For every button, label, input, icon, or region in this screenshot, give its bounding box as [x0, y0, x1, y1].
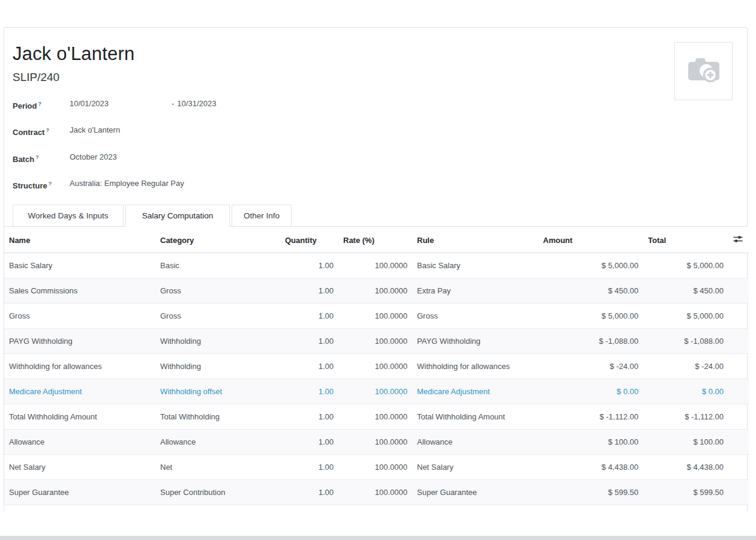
cell-rate[interactable]: 100.0000 [338, 253, 412, 278]
cell-amount[interactable]: $ 100.00 [538, 430, 643, 455]
cell-quantity[interactable]: 1.00 [280, 304, 338, 329]
salary-line-row[interactable]: Withholding for allowancesWithholding1.0… [4, 354, 749, 379]
cell-category[interactable]: Total Withholding [155, 404, 280, 430]
cell-amount[interactable]: $ 599.50 [538, 480, 643, 505]
cell-category[interactable]: Withholding offset [155, 379, 280, 404]
salary-line-row[interactable]: Basic SalaryBasic1.00100.0000Basic Salar… [4, 253, 749, 278]
cell-rate[interactable]: 100.0000 [338, 455, 412, 480]
col-header-rate[interactable]: Rate (%) [338, 227, 412, 253]
salary-line-row[interactable]: Sales CommissionsGross1.00100.0000Extra … [4, 278, 749, 304]
cell-name[interactable]: Allowance [4, 430, 155, 455]
cell-rule[interactable]: Gross [412, 304, 538, 329]
cell-rate[interactable]: 100.0000 [338, 329, 412, 354]
period-end-input[interactable]: 10/31/2023 [177, 98, 216, 109]
salary-line-row[interactable]: Super GuaranteeSuper Contribution1.00100… [4, 480, 749, 505]
cell-name[interactable]: PAYG Withholding [4, 329, 155, 354]
cell-total[interactable]: $ 0.00 [643, 379, 728, 404]
cell-amount[interactable]: $ 5,000.00 [538, 253, 643, 278]
cell-rule[interactable]: Allowance [412, 430, 538, 455]
cell-quantity[interactable]: 1.00 [280, 430, 338, 455]
horizontal-scrollbar-track[interactable] [0, 536, 756, 540]
cell-category[interactable]: Net [155, 455, 280, 480]
cell-name[interactable]: Withholding for allowances [4, 354, 155, 379]
cell-name[interactable]: Super Guarantee [4, 480, 155, 505]
cell-total[interactable]: $ -1,112.00 [643, 404, 728, 430]
payslip-form-card: Jack o'Lantern SLIP/240 Period? 10/01/20… [4, 27, 748, 511]
cell-name[interactable]: Net Salary [4, 455, 155, 480]
cell-rate[interactable]: 100.0000 [338, 480, 412, 505]
optional-columns-toggle[interactable] [728, 227, 749, 253]
cell-total[interactable]: $ -1,088.00 [643, 329, 728, 354]
cell-name[interactable]: Total Withholding Amount [4, 404, 155, 430]
cell-rule[interactable]: Extra Pay [412, 278, 538, 304]
salary-line-row[interactable]: Net SalaryNet1.00100.0000Net Salary$ 4,4… [4, 455, 749, 480]
structure-input[interactable]: Australia: Employee Regular Pay [70, 178, 184, 189]
cell-total[interactable]: $ 450.00 [643, 278, 728, 304]
employee-photo-upload[interactable] [674, 42, 733, 100]
cell-rule[interactable]: Total Withholding Amount [412, 404, 538, 430]
cell-total[interactable]: $ -24.00 [643, 354, 728, 379]
cell-amount[interactable]: $ -24.00 [538, 354, 643, 379]
col-header-amount[interactable]: Amount [538, 227, 643, 253]
cell-quantity[interactable]: 1.00 [280, 329, 338, 354]
salary-line-row[interactable]: Total Withholding AmountTotal Withholdin… [4, 404, 749, 430]
tab-other-info[interactable]: Other Info [232, 205, 292, 227]
cell-amount[interactable]: $ 4,438.00 [538, 455, 643, 480]
cell-total[interactable]: $ 5,000.00 [643, 304, 728, 329]
cell-category[interactable]: Withholding [155, 354, 280, 379]
cell-rate[interactable]: 100.0000 [338, 379, 412, 404]
tab-worked-days-inputs[interactable]: Worked Days & Inputs [13, 205, 124, 227]
cell-category[interactable]: Gross [155, 304, 280, 329]
cell-amount[interactable]: $ -1,088.00 [538, 329, 643, 354]
cell-category[interactable]: Gross [155, 278, 280, 304]
salary-line-row[interactable]: Medicare AdjustmentWithholding offset1.0… [4, 379, 749, 404]
cell-total[interactable]: $ 4,438.00 [643, 455, 728, 480]
cell-category[interactable]: Basic [155, 253, 280, 278]
cell-total[interactable]: $ 5,000.00 [643, 253, 728, 278]
cell-rule[interactable]: Super Guarantee [412, 480, 538, 505]
cell-quantity[interactable]: 1.00 [280, 354, 338, 379]
cell-quantity[interactable]: 1.00 [280, 253, 338, 278]
cell-quantity[interactable]: 1.00 [280, 404, 338, 430]
contract-input[interactable]: Jack o'Lantern [70, 125, 120, 136]
cell-rate[interactable]: 100.0000 [338, 304, 412, 329]
cell-amount[interactable]: $ -1,112.00 [538, 404, 643, 430]
col-header-name[interactable]: Name [4, 227, 155, 253]
col-header-rule[interactable]: Rule [412, 227, 538, 253]
cell-rule[interactable]: Net Salary [412, 455, 538, 480]
period-start-input[interactable]: 10/01/2023 [70, 98, 172, 109]
cell-rule[interactable]: Basic Salary [412, 253, 538, 278]
cell-quantity[interactable]: 1.00 [280, 379, 338, 404]
cell-rate[interactable]: 100.0000 [338, 404, 412, 430]
cell-name[interactable]: Basic Salary [4, 253, 155, 278]
salary-line-row[interactable]: GrossGross1.00100.0000Gross$ 5,000.00$ 5… [4, 304, 749, 329]
col-header-category[interactable]: Category [155, 227, 280, 253]
cell-amount[interactable]: $ 5,000.00 [538, 304, 643, 329]
cell-amount[interactable]: $ 450.00 [538, 278, 643, 304]
cell-rule[interactable]: Withholding for allowances [412, 354, 538, 379]
cell-name[interactable]: Sales Commissions [4, 278, 155, 304]
cell-quantity[interactable]: 1.00 [280, 455, 338, 480]
cell-rate[interactable]: 100.0000 [338, 354, 412, 379]
cell-rule[interactable]: PAYG Withholding [412, 329, 538, 354]
period-separator: - [172, 98, 174, 109]
batch-input[interactable]: October 2023 [70, 152, 117, 163]
cell-quantity[interactable]: 1.00 [280, 278, 338, 304]
col-header-quantity[interactable]: Quantity [280, 227, 338, 253]
cell-category[interactable]: Withholding [155, 329, 280, 354]
cell-rule[interactable]: Medicare Adjustment [412, 379, 538, 404]
salary-line-row[interactable]: AllowanceAllowance1.00100.0000Allowance$… [4, 430, 749, 455]
cell-total[interactable]: $ 599.50 [643, 480, 728, 505]
tab-salary-computation[interactable]: Salary Computation [125, 205, 230, 227]
salary-line-row[interactable]: PAYG WithholdingWithholding1.00100.0000P… [4, 329, 749, 354]
cell-category[interactable]: Super Contribution [155, 480, 280, 505]
cell-name[interactable]: Medicare Adjustment [4, 379, 155, 404]
cell-rate[interactable]: 100.0000 [338, 430, 412, 455]
cell-total[interactable]: $ 100.00 [643, 430, 728, 455]
cell-category[interactable]: Allowance [155, 430, 280, 455]
cell-quantity[interactable]: 1.00 [280, 480, 338, 505]
cell-rate[interactable]: 100.0000 [338, 278, 412, 304]
cell-name[interactable]: Gross [4, 304, 155, 329]
col-header-total[interactable]: Total [643, 227, 728, 253]
cell-amount[interactable]: $ 0.00 [538, 379, 643, 404]
